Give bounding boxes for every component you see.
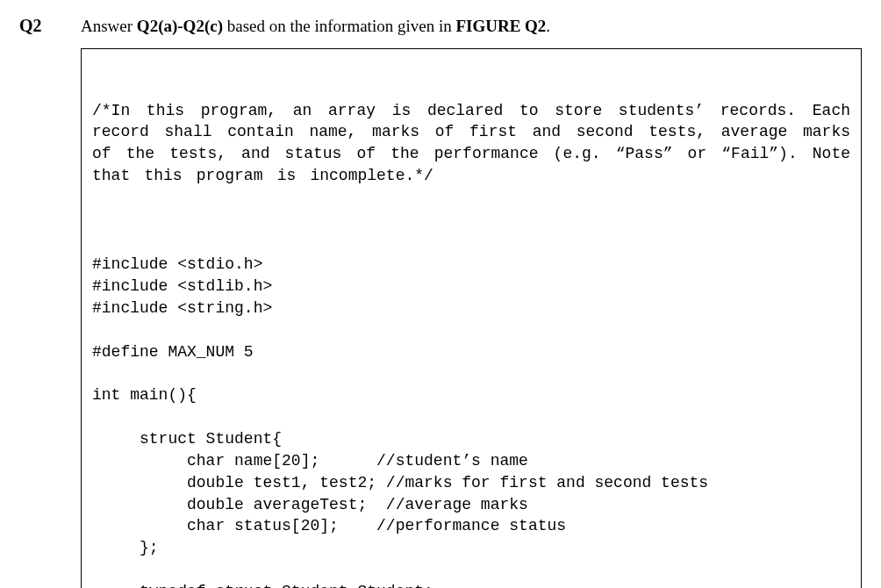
code-box: /*In this program, an array is declared …	[81, 48, 862, 588]
question-header: Q2 Answer Q2(a)-Q2(c) based on the infor…	[19, 16, 862, 36]
prompt-bold-range: Q2(a)-Q2(c)	[137, 17, 223, 35]
question-prompt: Answer Q2(a)-Q2(c) based on the informat…	[81, 17, 550, 36]
prompt-bold-figure: FIGURE Q2	[455, 17, 546, 35]
question-number: Q2	[19, 16, 56, 36]
prompt-mid: based on the information given in	[223, 17, 455, 35]
prompt-suffix: .	[546, 17, 550, 35]
code-lines: #include <stdio.h> #include <stdlib.h> #…	[92, 233, 850, 588]
code-comment: /*In this program, an array is declared …	[92, 100, 850, 187]
prompt-prefix: Answer	[81, 17, 137, 35]
figure-wrap: /*In this program, an array is declared …	[81, 48, 862, 588]
